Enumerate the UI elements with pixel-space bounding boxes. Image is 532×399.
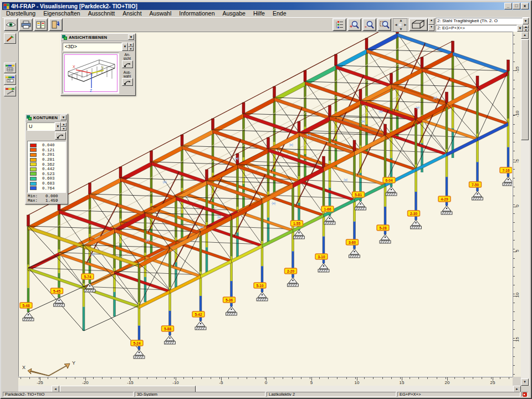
- menu-auswahl[interactable]: Auswahl: [146, 10, 176, 17]
- grid-icon: [7, 67, 14, 71]
- vscroll-thumb[interactable]: [521, 39, 529, 140]
- loadcase-combo-dropdown-icon[interactable]: ▼: [517, 25, 523, 32]
- svg-text:5-10: 5-10: [256, 284, 263, 288]
- contour-quantity-combo[interactable]: U ▼ ▲▼: [27, 122, 66, 131]
- svg-text:50: 50: [8, 79, 11, 82]
- ansicht-label: An- sicht: [124, 53, 131, 60]
- result-combo-value[interactable]: 2: Stahl Tragfähigkeit (Th. 2. O: [436, 18, 523, 24]
- print-button[interactable]: [19, 18, 33, 31]
- view-select-spinner[interactable]: ▲▼: [128, 43, 134, 51]
- menu-informationen[interactable]: Informationen: [175, 10, 218, 17]
- zoom-out-button[interactable]: -: [362, 18, 376, 31]
- report-button[interactable]: [34, 18, 48, 31]
- contour-combo-dropdown-icon[interactable]: ▼: [55, 122, 61, 131]
- close-button[interactable]: x: [521, 3, 529, 9]
- zoom-window-button[interactable]: [377, 18, 391, 31]
- svg-text:2-20: 2-20: [287, 269, 294, 273]
- book-icon: [36, 21, 45, 29]
- svg-text:1-55: 1-55: [293, 222, 300, 226]
- pan-down-icon[interactable]: ▼: [399, 27, 403, 31]
- annotate-button[interactable]: [4, 86, 16, 96]
- scroll-up-icon[interactable]: ▲: [521, 32, 529, 39]
- dimension-display-button[interactable]: 50: [4, 74, 16, 85]
- view-eye-button[interactable]: [4, 18, 18, 31]
- pan-up-icon[interactable]: ▲: [399, 18, 403, 22]
- exit-door-icon: [52, 21, 60, 29]
- ruler-label: -10: [515, 109, 520, 120]
- result-combo-dropdown-icon[interactable]: ▼: [523, 18, 529, 24]
- menu-ansicht[interactable]: Ansicht: [119, 10, 145, 17]
- pan-control[interactable]: ▲ ▼ ◄ ►: [393, 18, 407, 32]
- ansicht-apply-button[interactable]: [122, 60, 133, 68]
- loadcase-combo[interactable]: 2: EG+P+X+> ▼ ▲▼: [436, 25, 529, 32]
- auswahl-apply-button[interactable]: [122, 78, 133, 86]
- svg-text:Z: Z: [90, 89, 93, 93]
- menu-ausgabe[interactable]: Ausgabe: [219, 10, 249, 17]
- ruler-label: -15: [515, 64, 520, 75]
- pan-right-icon[interactable]: ►: [403, 23, 407, 27]
- legend-max-row: Max: 1.459: [25, 199, 68, 204]
- konturen-panel-close-icon[interactable]: ▼: [60, 115, 66, 120]
- konturen-panel: KONTUREN ▼ U ▼ ▲▼ 0.0400.1210.2010.2810.…: [25, 114, 68, 204]
- contour-spinner[interactable]: ▲▼: [61, 122, 66, 131]
- ruler-label: 25: [490, 380, 495, 385]
- exit-button[interactable]: [49, 18, 63, 31]
- loadcase-combo-value[interactable]: 2: EG+P+X+>: [436, 25, 517, 32]
- compass-x-label: X: [22, 365, 25, 370]
- view-select-value[interactable]: <3D>: [63, 43, 122, 51]
- result-combo[interactable]: 2: Stahl Tragfähigkeit (Th. 2. O ▼: [436, 18, 529, 24]
- compass-y-label: Y: [72, 360, 75, 366]
- svg-text:Y: Y: [101, 66, 104, 70]
- legend-row: 0.281: [29, 157, 64, 162]
- model-canvas[interactable]: 5-485-455-741-551-665-816-045-245-885-42…: [18, 32, 513, 377]
- svg-text:4-29: 4-29: [441, 197, 448, 201]
- window-title: 4H-FRAP - Visualisierung [Parkdeck2- TIO…: [11, 3, 137, 9]
- ansicht-panel-titlebar[interactable]: ANSICHT/EBENEN ▼: [61, 34, 135, 41]
- ansicht-ebenen-panel: ANSICHT/EBENEN ▼ <3D> ▼ ▲▼: [60, 33, 136, 96]
- svg-text:5-45: 5-45: [53, 289, 60, 293]
- minimize-button[interactable]: _: [504, 3, 512, 9]
- zoom-out-icon: -: [365, 21, 374, 29]
- maximize-button[interactable]: □: [513, 3, 520, 9]
- thumbnail-model-icon: X Y Z: [65, 55, 118, 93]
- menu-bar: DarstellungEigenschaftenAusschnittAnsich…: [2, 10, 530, 17]
- konturen-panel-titlebar[interactable]: KONTUREN ▼: [25, 114, 68, 121]
- pan-left-icon[interactable]: ◄: [394, 23, 398, 27]
- pan-center-knob[interactable]: [398, 23, 403, 28]
- value-bubble-icon: 50: [7, 79, 14, 83]
- ruler-label: -5: [515, 156, 520, 167]
- contour-apply-button[interactable]: [55, 132, 66, 140]
- ruler-label: -15: [127, 380, 134, 385]
- view-select-dropdown-icon[interactable]: ▼: [122, 43, 128, 51]
- mesh-display-button[interactable]: [4, 63, 16, 73]
- scroll-down-icon[interactable]: ▼: [521, 378, 529, 386]
- loadcase-spinner[interactable]: ▲▼: [523, 25, 529, 32]
- printer-icon: [21, 21, 31, 29]
- vertical-ruler: -15-10-5051015: [513, 32, 521, 377]
- legend-row: 0.362: [29, 162, 64, 167]
- menu-darstellung[interactable]: Darstellung: [2, 10, 39, 17]
- vertical-scrollbar[interactable]: ▲ ▼: [521, 32, 530, 386]
- zoom-in-button[interactable]: +: [347, 18, 361, 31]
- ruler-label: 10: [515, 290, 520, 301]
- svg-text:7-16: 7-16: [502, 168, 509, 172]
- ansicht-panel-close-icon[interactable]: ▼: [128, 34, 134, 40]
- horizontal-ruler: -25-20-15-10-50510152025: [18, 377, 513, 386]
- axes-compass: X Y: [20, 360, 81, 377]
- view-spinner[interactable]: ▲▼: [428, 18, 434, 31]
- ruler-label: 10: [355, 380, 360, 385]
- tree-select-button[interactable]: [332, 18, 346, 31]
- svg-text:5-74: 5-74: [84, 275, 91, 279]
- pen-icon: [7, 90, 14, 95]
- menu-ende[interactable]: Ende: [269, 10, 290, 17]
- contour-quantity-value[interactable]: U: [27, 122, 55, 131]
- view-3d-box-button[interactable]: [409, 18, 428, 31]
- app-icon: [3, 3, 9, 9]
- view-thumbnail[interactable]: X Y Z: [63, 53, 119, 94]
- menu-hilfe[interactable]: Hilfe: [249, 10, 269, 17]
- menu-ausschnitt[interactable]: Ausschnitt: [84, 10, 119, 17]
- menu-eigenschaften[interactable]: Eigenschaften: [39, 10, 84, 17]
- edit-button[interactable]: [4, 33, 16, 44]
- view-select-combo[interactable]: <3D> ▼ ▲▼: [63, 43, 134, 51]
- status-app-icon: [521, 392, 528, 397]
